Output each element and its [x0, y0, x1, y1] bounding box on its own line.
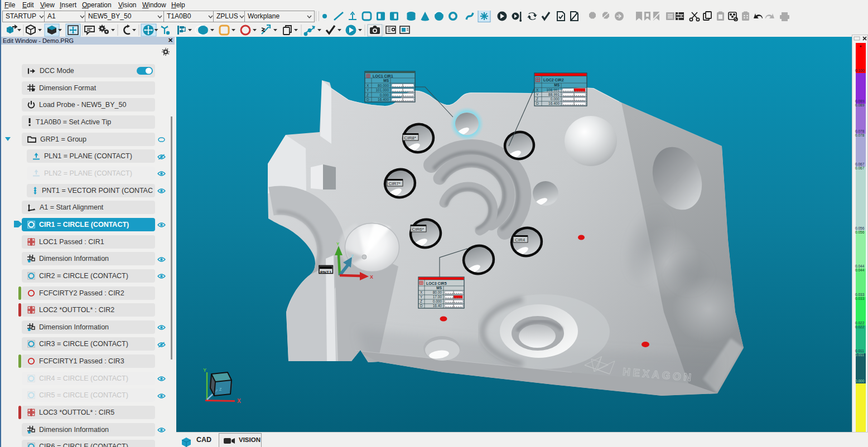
svg-text:Y: Y	[367, 88, 369, 92]
svg-text:17.00: 17.00	[433, 295, 442, 299]
svg-text:CIR8*: CIR8*	[404, 135, 416, 140]
svg-text:0.044: 0.044	[855, 268, 865, 272]
svg-text:0.100: 0.100	[855, 69, 865, 72]
svg-text:0.011: 0.011	[855, 353, 864, 357]
svg-text:MS: MS	[383, 79, 389, 82]
svg-text:0.078: 0.078	[855, 129, 865, 133]
svg-text:0.067: 0.067	[855, 166, 865, 170]
svg-text:LOC1 CIR1: LOC1 CIR1	[373, 74, 393, 78]
svg-text:LOC2 CIR2: LOC2 CIR2	[543, 78, 564, 82]
svg-text:0.056: 0.056	[855, 226, 865, 230]
svg-text:16.400: 16.400	[548, 101, 560, 105]
svg-text:0.089: 0.089	[855, 99, 865, 103]
svg-text:Y: Y	[420, 295, 423, 299]
svg-text:16.40: 16.40	[433, 304, 442, 308]
svg-text:0.044: 0.044	[855, 264, 865, 268]
svg-text:Z: Z	[219, 387, 222, 391]
svg-text:0.033: 0.033	[855, 293, 865, 297]
svg-text:0.011: 0.011	[855, 349, 864, 353]
svg-text:0.089: 0.089	[855, 103, 865, 107]
svg-text:Z: Z	[420, 299, 422, 303]
svg-text:0.078: 0.078	[855, 133, 865, 137]
svg-text:Y: Y	[336, 241, 340, 246]
svg-text:CIR7*: CIR7*	[389, 181, 401, 186]
svg-text:0.000: 0.000	[433, 299, 442, 303]
svg-text:D: D	[420, 304, 423, 308]
svg-text:88.991: 88.991	[548, 93, 560, 96]
svg-text:X: X	[370, 274, 373, 280]
svg-text:0.067: 0.067	[855, 162, 865, 166]
svg-text:X: X	[420, 290, 423, 294]
svg-text:0.000: 0.000	[551, 97, 560, 101]
svg-text:LOC3 CIR5: LOC3 CIR5	[426, 281, 447, 285]
svg-text:X: X	[237, 398, 241, 404]
svg-text:X: X	[536, 88, 539, 92]
svg-text:0.022: 0.022	[855, 325, 865, 329]
svg-text:Y: Y	[536, 93, 539, 96]
svg-text:0.022: 0.022	[855, 321, 865, 325]
svg-text:80.00: 80.00	[433, 290, 442, 294]
svg-text:Y: Y	[203, 367, 206, 373]
svg-text:0.033: 0.033	[855, 297, 865, 300]
svg-text:CIR6*: CIR6*	[412, 227, 424, 232]
svg-text:D: D	[536, 101, 539, 105]
svg-text:X: X	[367, 84, 369, 88]
svg-text:MS: MS	[554, 83, 560, 87]
svg-text:0.000: 0.000	[855, 379, 865, 383]
svg-text:D: D	[367, 98, 369, 101]
svg-text:16.400: 16.400	[378, 98, 389, 101]
svg-text:MS: MS	[436, 286, 442, 290]
svg-text:Z: Z	[536, 97, 538, 101]
svg-text:CIR4: CIR4	[515, 237, 525, 242]
svg-text:Z: Z	[367, 93, 369, 97]
svg-text:101.000: 101.000	[376, 88, 389, 92]
svg-text:80.000: 80.000	[378, 84, 389, 88]
svg-text:0.000: 0.000	[380, 93, 389, 97]
svg-text:Z: Z	[351, 254, 354, 259]
svg-text:PNT1: PNT1	[320, 270, 332, 275]
svg-text:108.991: 108.991	[547, 88, 560, 92]
svg-text:0.056: 0.056	[855, 230, 865, 234]
